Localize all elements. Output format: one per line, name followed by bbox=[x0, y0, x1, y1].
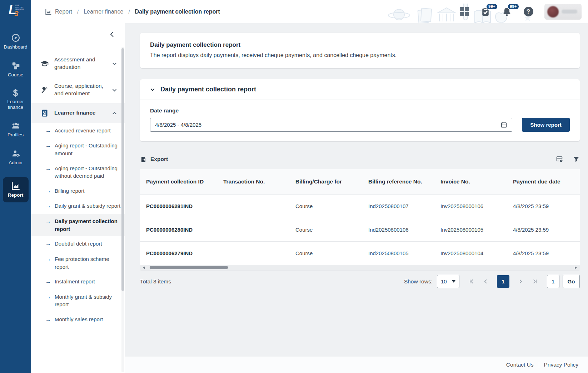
apps-grid-icon bbox=[460, 7, 469, 16]
sidebar-link-daily-grant-subsidy[interactable]: → Daily grant & subsidy report bbox=[31, 198, 125, 213]
col-invoice-no[interactable]: Invoice No. bbox=[434, 169, 507, 194]
scroll-right-arrow-icon[interactable] bbox=[575, 266, 577, 269]
sidebar-link-label: Monthly grant & subsidy report bbox=[55, 293, 123, 309]
ledger-book-icon bbox=[40, 109, 49, 117]
sidebar-link-monthly-sales[interactable]: → Monthly sales report bbox=[31, 312, 125, 327]
column-settings-button[interactable] bbox=[555, 155, 563, 163]
sidebar-link-aging-outstanding-deemed[interactable]: → Aging report - Outstanding without dee… bbox=[31, 161, 125, 184]
table-row[interactable]: PC0000006279IND Course Ind20250800105 In… bbox=[140, 241, 580, 265]
arrow-right-icon: → bbox=[45, 142, 55, 157]
breadcrumb-separator: / bbox=[77, 9, 79, 15]
last-page-icon bbox=[532, 279, 538, 284]
nav-label: Learner finance bbox=[3, 99, 29, 110]
table-row[interactable]: PC0000006280IND Course Ind20250800106 In… bbox=[140, 218, 580, 241]
cell-payment-due-date: 4/8/2025 23:59 bbox=[507, 241, 580, 265]
sidebar-link-aging-outstanding-amount[interactable]: → Aging report - Outstanding amount bbox=[31, 138, 125, 161]
horizontal-scrollbar[interactable] bbox=[140, 265, 580, 270]
user-name-redacted bbox=[562, 10, 577, 14]
sidebar-link-label: Billing report bbox=[55, 187, 123, 195]
doodle-planet-icon bbox=[387, 6, 412, 23]
graduation-cap-icon bbox=[40, 59, 49, 68]
nav-report[interactable]: Report bbox=[3, 177, 29, 202]
export-button[interactable]: Export bbox=[140, 156, 168, 163]
privacy-policy-link[interactable]: Privacy Policy bbox=[544, 362, 578, 368]
sidebar-group-learner-finance[interactable]: Learner finance bbox=[31, 103, 125, 123]
chevron-down-icon bbox=[112, 87, 117, 93]
scroll-left-arrow-icon[interactable] bbox=[143, 266, 145, 269]
sidebar-link-fee-protection[interactable]: → Fee protection scheme report bbox=[31, 252, 125, 274]
cell-payment-due-date: 4/8/2025 23:59 bbox=[507, 194, 580, 218]
arrow-right-icon: → bbox=[45, 202, 55, 210]
sidebar-link-label: Fee protection scheme report bbox=[55, 255, 123, 271]
rows-per-page-select[interactable]: 10 bbox=[437, 275, 459, 288]
sidebar-collapse-button[interactable] bbox=[110, 31, 114, 39]
sidebar-group-course-application[interactable]: Course, application, and enrolment bbox=[31, 77, 125, 103]
cell-payment-collection-id: PC0000006280IND bbox=[140, 218, 217, 241]
nav-label: Admin bbox=[9, 160, 22, 166]
col-billing-reference-no[interactable]: Billing reference No. bbox=[362, 169, 434, 194]
sidebar-link-label: Aging report - Outstanding amount bbox=[55, 142, 123, 157]
filter-card-header[interactable]: Daily payment collection report bbox=[140, 79, 580, 100]
nav-profiles[interactable]: Profiles bbox=[0, 121, 31, 138]
people-icon bbox=[11, 121, 21, 130]
top-bar: Report / Learner finance / Daily payment… bbox=[31, 0, 588, 23]
arrow-right-icon: → bbox=[45, 187, 55, 195]
breadcrumb-label: Report bbox=[55, 9, 72, 15]
sidebar-link-label: Instalment report bbox=[55, 278, 123, 286]
go-button[interactable]: Go bbox=[563, 275, 580, 288]
breadcrumb-learner-finance[interactable]: Learner finance bbox=[84, 9, 123, 15]
first-page-button[interactable] bbox=[469, 279, 474, 284]
sidebar-link-instalment[interactable]: → Instalment report bbox=[31, 274, 125, 289]
breadcrumb-report[interactable]: Report bbox=[45, 8, 72, 15]
cell-billing-reference-no: Ind20250800107 bbox=[362, 194, 434, 218]
contact-us-link[interactable]: Contact Us bbox=[506, 362, 534, 368]
report-table-card: Payment collection ID Transaction No. Bi… bbox=[140, 169, 580, 270]
user-menu[interactable] bbox=[544, 4, 582, 20]
main-content: Daily payment collection report The repo… bbox=[125, 23, 588, 373]
table-row[interactable]: PC0000006281IND Course Ind20250800107 In… bbox=[140, 194, 580, 218]
previous-page-button[interactable] bbox=[483, 279, 488, 284]
table-header-row: Payment collection ID Transaction No. Bi… bbox=[140, 169, 580, 194]
nav-course[interactable]: Course bbox=[0, 61, 31, 78]
nav-dashboard[interactable]: Dashboard bbox=[0, 33, 31, 50]
sidebar-link-label: Aging report - Outstanding without deeme… bbox=[55, 165, 123, 180]
col-billing-charge-for[interactable]: Billing/Charge for bbox=[289, 169, 362, 194]
next-page-button[interactable] bbox=[519, 279, 523, 284]
date-range-input[interactable] bbox=[155, 122, 500, 128]
report-table: Payment collection ID Transaction No. Bi… bbox=[140, 169, 580, 265]
tasks-button[interactable]: 99+ bbox=[480, 6, 491, 17]
sidebar-scrollbar-thumb[interactable] bbox=[121, 48, 124, 291]
chevron-left-icon bbox=[110, 31, 114, 37]
user-gear-icon bbox=[11, 149, 20, 158]
col-payment-collection-id[interactable]: Payment collection ID bbox=[140, 169, 217, 194]
nav-admin[interactable]: Admin bbox=[0, 149, 31, 166]
gavel-icon bbox=[40, 86, 49, 94]
last-page-button[interactable] bbox=[532, 279, 538, 284]
sidebar-link-billing-report[interactable]: → Billing report bbox=[31, 183, 125, 198]
calendar-icon[interactable] bbox=[500, 121, 507, 128]
col-payment-due-date[interactable]: Payment due date bbox=[507, 169, 580, 194]
arrow-right-icon: → bbox=[45, 255, 55, 271]
notifications-button[interactable]: 99+ bbox=[502, 6, 512, 17]
current-page-button[interactable]: 1 bbox=[497, 275, 509, 288]
filter-card: Daily payment collection report Date ran… bbox=[140, 79, 580, 141]
brand-logo[interactable]: L 3 LIVE LIFELONG LEARNING bbox=[0, 0, 31, 23]
cell-invoice-no: Inv202508000105 bbox=[434, 218, 507, 241]
sidebar-link-accrued-revenue[interactable]: → Accrued revenue report bbox=[31, 123, 125, 138]
sidebar-link-monthly-grant-subsidy[interactable]: → Monthly grant & subsidy report bbox=[31, 289, 125, 312]
goto-page-input[interactable] bbox=[547, 275, 559, 288]
sidebar-group-assessment[interactable]: Assessment and graduation bbox=[31, 50, 125, 77]
show-rows-label: Show rows: bbox=[404, 278, 433, 285]
nav-learner-finance[interactable]: $ Learner finance bbox=[0, 89, 31, 110]
help-icon: ? bbox=[524, 7, 533, 16]
col-transaction-no[interactable]: Transaction No. bbox=[217, 169, 289, 194]
show-report-button[interactable]: Show report bbox=[522, 118, 570, 132]
help-button[interactable]: ? bbox=[523, 6, 534, 17]
filter-button[interactable] bbox=[573, 156, 580, 163]
horizontal-scrollbar-thumb[interactable] bbox=[150, 266, 228, 269]
apps-grid-button[interactable] bbox=[459, 6, 469, 17]
sidebar-link-doubtful-debt[interactable]: → Doubtful debt report bbox=[31, 236, 125, 251]
sidebar-link-daily-payment-collection[interactable]: → Daily payment collection report bbox=[31, 214, 125, 237]
first-page-icon bbox=[469, 279, 474, 284]
chevron-left-icon bbox=[483, 279, 488, 284]
